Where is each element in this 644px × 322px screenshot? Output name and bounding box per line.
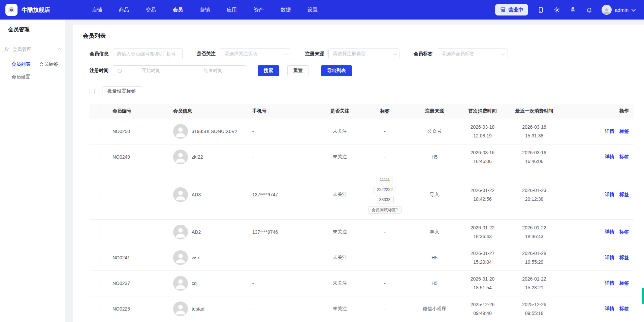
mobile-preview-icon[interactable] bbox=[537, 6, 544, 13]
nav-item-trade[interactable]: 交易 bbox=[144, 5, 157, 15]
tag-link[interactable]: 标签 bbox=[619, 192, 629, 197]
business-status-label: 营业中 bbox=[508, 7, 523, 13]
tag-link[interactable]: 标签 bbox=[619, 229, 629, 234]
batch-set-tags-button[interactable]: 批量设置标签 bbox=[102, 86, 141, 96]
nav-item-shop[interactable]: 店铺 bbox=[91, 5, 103, 15]
row-checkbox[interactable] bbox=[100, 192, 100, 198]
chevron-down-icon bbox=[393, 52, 397, 55]
sidebar-group-label: 会员管理 bbox=[12, 46, 31, 53]
chevron-down-icon bbox=[632, 7, 636, 11]
followed-status: 未关注 bbox=[319, 170, 360, 219]
table-row: AD2 137****9746 未关注 - 导入 2026-01-2218:36… bbox=[90, 219, 634, 245]
member-code: NO0241 bbox=[110, 245, 171, 270]
tag-link[interactable]: 标签 bbox=[619, 255, 629, 260]
table-row: NO0250 31935ULSONUIX0V2 - 未关注 - 公众号 2026… bbox=[90, 119, 634, 144]
col-tags: 标签 bbox=[360, 104, 409, 119]
nav-item-apps[interactable]: 应用 bbox=[225, 5, 238, 15]
sidebar-title: 会员管理 bbox=[0, 20, 65, 39]
tag-link[interactable]: 标签 bbox=[619, 154, 629, 159]
user-menu[interactable]: admin bbox=[602, 5, 635, 15]
tag-link[interactable]: 标签 bbox=[619, 128, 629, 134]
row-checkbox[interactable] bbox=[100, 154, 100, 160]
sidebar-item-member-settings[interactable]: 会员设置 bbox=[11, 74, 39, 80]
avatar bbox=[173, 276, 188, 291]
member-info-input[interactable] bbox=[117, 51, 179, 57]
store-logo[interactable] bbox=[5, 4, 18, 16]
chevron-up-icon[interactable] bbox=[58, 48, 61, 52]
register-time-label: 注册时间 bbox=[90, 68, 108, 74]
col-member-code: 会员编号 bbox=[110, 104, 171, 119]
bell-icon[interactable] bbox=[585, 6, 593, 13]
member-phone: 137****9746 bbox=[250, 219, 319, 245]
select-all-checkbox[interactable] bbox=[100, 108, 100, 114]
register-source: H5 bbox=[409, 245, 460, 270]
member-code: NO0249 bbox=[110, 144, 171, 170]
detail-link[interactable]: 详情 bbox=[605, 229, 614, 234]
nav-item-marketing[interactable]: 营销 bbox=[198, 5, 211, 15]
export-list-button[interactable]: 导出列表 bbox=[321, 65, 352, 76]
sidebar-group-member-management[interactable]: 会员管理 bbox=[0, 39, 65, 53]
page-title: 会员列表 bbox=[83, 32, 634, 40]
member-info-label: 会员信息 bbox=[90, 51, 108, 57]
chevron-down-icon bbox=[502, 52, 505, 55]
col-first-consume: 首次消费时间 bbox=[460, 104, 505, 119]
detail-link[interactable]: 详情 bbox=[605, 280, 614, 286]
nav-item-settings[interactable]: 设置 bbox=[306, 5, 319, 15]
tag-chip: 33333 bbox=[376, 196, 394, 203]
tags-cell: - bbox=[360, 245, 409, 270]
nav-item-data[interactable]: 数据 bbox=[279, 5, 292, 15]
avatar bbox=[173, 301, 188, 316]
tags-cell: 11111 2222222 33333 会员测试标签1 bbox=[362, 176, 407, 214]
register-source: 公众号 bbox=[409, 119, 460, 144]
detail-link[interactable]: 详情 bbox=[605, 306, 614, 311]
follow-status-select[interactable]: 请选择关注状态 bbox=[220, 49, 291, 59]
register-source-placeholder: 请选择注册类型 bbox=[333, 51, 366, 57]
member-list-card: 会员列表 会员信息 是否关注 请选择关注状态 注册来源 请选择注册类型 bbox=[73, 25, 644, 322]
col-phone: 手机号 bbox=[250, 104, 319, 119]
member-code bbox=[110, 219, 171, 245]
table-row: AD3 137****9747 未关注 11111 2222222 33333 … bbox=[90, 170, 634, 219]
range-separator: - bbox=[180, 68, 184, 73]
row-checkbox[interactable] bbox=[100, 306, 100, 312]
row-checkbox[interactable] bbox=[100, 280, 100, 286]
chevron-down-icon bbox=[285, 52, 288, 55]
member-tag-select[interactable]: 请选择会员标签 bbox=[437, 49, 508, 59]
nav-item-assets[interactable]: 资产 bbox=[252, 5, 265, 15]
business-status-badge[interactable]: 营业中 bbox=[495, 4, 528, 15]
store-name: 牛酷旗舰店 bbox=[22, 6, 50, 14]
col-source: 注册来源 bbox=[409, 104, 460, 119]
detail-link[interactable]: 详情 bbox=[605, 255, 614, 260]
member-phone: - bbox=[250, 144, 319, 170]
detail-link[interactable]: 详情 bbox=[605, 154, 614, 159]
search-button[interactable]: 搜索 bbox=[258, 65, 279, 76]
table-header-row: 会员编号 会员信息 手机号 是否关注 标签 注册来源 首次消费时间 最近一次消费… bbox=[90, 104, 634, 119]
detail-link[interactable]: 详情 bbox=[605, 192, 614, 197]
detail-link[interactable]: 详情 bbox=[605, 128, 614, 134]
gear-icon[interactable] bbox=[553, 6, 560, 13]
sidebar-item-member-list[interactable]: 会员列表 bbox=[11, 61, 39, 67]
row-checkbox[interactable] bbox=[100, 128, 100, 134]
nav-item-goods[interactable]: 商品 bbox=[118, 5, 130, 15]
reset-button[interactable]: 重置 bbox=[287, 65, 309, 76]
select-all-checkbox-outer[interactable] bbox=[90, 89, 95, 94]
member-tag-label: 会员标签 bbox=[414, 51, 432, 57]
sidebar-item-member-tags[interactable]: 会员标签 bbox=[39, 61, 65, 67]
floating-side-tab[interactable] bbox=[642, 288, 644, 304]
tag-link[interactable]: 标签 bbox=[619, 280, 629, 286]
register-time-range-picker[interactable]: 开始时间 - 结束时间 bbox=[113, 65, 246, 76]
tag-link[interactable]: 标签 bbox=[619, 306, 629, 311]
member-phone: - bbox=[250, 119, 319, 144]
register-source: 微信小程序 bbox=[409, 296, 460, 322]
tags-cell: - bbox=[360, 119, 409, 144]
nav-item-member[interactable]: 会员 bbox=[171, 5, 184, 15]
tags-cell: - bbox=[360, 270, 409, 296]
table-row: NO0225 testad - 未关注 - 微信小程序 2025-12-2609… bbox=[90, 296, 634, 322]
topbar: 牛酷旗舰店 店铺 商品 交易 会员 营销 应用 资产 数据 设置 营业中 bbox=[0, 0, 644, 20]
row-checkbox[interactable] bbox=[100, 255, 100, 261]
register-source-select[interactable]: 请选择注册类型 bbox=[328, 49, 399, 59]
tag-chip: 会员测试标签1 bbox=[368, 206, 401, 214]
row-checkbox[interactable] bbox=[100, 229, 100, 235]
sidebar: 会员管理 会员管理 会员列表 会员标签 会员设置 bbox=[0, 20, 65, 322]
member-code: NO0250 bbox=[110, 119, 171, 144]
rocket-icon[interactable] bbox=[569, 6, 577, 13]
